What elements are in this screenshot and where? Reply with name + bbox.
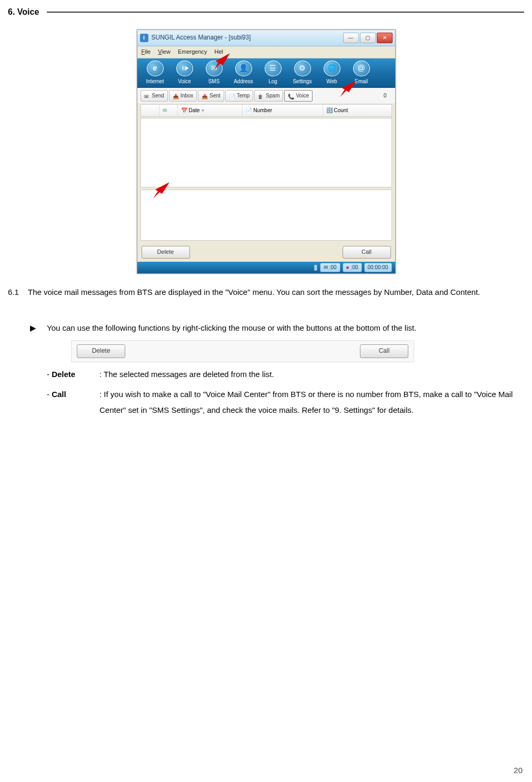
title-bar: i SUNGIL Access Manager - [subi93] — ▢ ✕ — [137, 30, 395, 46]
toolbar-internet[interactable]: e Internet — [140, 61, 170, 86]
calendar-icon: 📅 — [181, 106, 187, 115]
address-icon: 👤 — [235, 61, 252, 76]
maximize-button[interactable]: ▢ — [360, 33, 376, 43]
app-icon: i — [140, 34, 148, 42]
status-voice: ● :00 — [343, 263, 362, 272]
app-window-screenshot: i SUNGIL Access Manager - [subi93] — ▢ ✕… — [137, 29, 396, 274]
status-value: 00:00:00 — [368, 263, 388, 272]
count-icon: 🔢 — [326, 106, 333, 115]
toolbar-web[interactable]: 🌐 Web — [317, 61, 347, 86]
toolbar-voice[interactable]: 🕪 Voice — [170, 61, 199, 86]
menu-file[interactable]: File — [142, 47, 151, 57]
horizontal-rule — [47, 12, 524, 13]
definition-term: - Call — [47, 387, 99, 418]
button-row: Delete Call — [137, 243, 395, 262]
paragraph-6-1: 6.1The voice mail messages from BTS are … — [8, 284, 524, 300]
definition-term: - Delete — [47, 367, 99, 382]
list-header: ✉ 📅 Date ▾ 📄 Number 🔢 Count — [140, 104, 392, 117]
call-button-illustration: Call — [360, 344, 408, 358]
sort-indicator-icon: ▾ — [202, 106, 204, 115]
toolbar-label: Voice — [178, 77, 190, 86]
menu-emergency[interactable]: Emergency — [178, 47, 207, 57]
tabs-row: ✉ Send 📥 Inbox 📤 Sent 📄 Temp 🗑 Spam 📞 Vo… — [137, 88, 395, 103]
signal-icon: ▮ — [314, 261, 318, 273]
col-label: Count — [334, 106, 348, 115]
window-controls: — ▢ ✕ — [343, 33, 393, 43]
spam-icon: 🗑 — [258, 93, 264, 99]
col-checkbox[interactable] — [141, 105, 159, 116]
sms-status-icon: ✉ — [324, 263, 328, 272]
toolbar-label: SMS — [208, 77, 220, 86]
toolbar-sms[interactable]: ✉ SMS — [199, 61, 229, 86]
toolbar-settings[interactable]: ⚙ Settings — [288, 61, 317, 86]
col-label: Date — [189, 106, 200, 115]
toolbar-log[interactable]: ☰ Log — [258, 61, 288, 86]
section-number: 6.1 — [8, 284, 28, 300]
paragraph-text: The voice mail messages from BTS are dis… — [28, 288, 480, 296]
email-icon: @ — [353, 61, 370, 76]
toolbar-label: Settings — [293, 77, 312, 86]
status-timer: 00:00:00 — [364, 263, 392, 272]
bullet-marker-icon: ▶ — [30, 320, 47, 336]
button-bar-illustration: Delete Call — [71, 340, 414, 362]
tab-sent[interactable]: 📤 Sent — [198, 90, 224, 102]
envelope-icon: ✉ — [163, 106, 167, 115]
status-value: :00 — [329, 263, 337, 272]
message-list[interactable] — [140, 118, 392, 187]
sent-icon: 📤 — [202, 93, 208, 99]
minimize-button[interactable]: — — [343, 33, 359, 43]
definition-call: - Call : If you wish to make a call to "… — [47, 387, 524, 418]
inbox-icon: 📥 — [173, 93, 179, 99]
toolbar-label: Address — [234, 77, 253, 86]
tab-send[interactable]: ✉ Send — [140, 90, 168, 102]
tab-voice[interactable]: 📞 Voice — [284, 90, 312, 102]
voice-status-icon: ● — [346, 263, 349, 272]
delete-button[interactable]: Delete — [142, 246, 190, 259]
toolbar-email[interactable]: @ Email — [347, 61, 376, 86]
menu-bar: File View Emergency Hel — [137, 46, 395, 58]
toolbar-address[interactable]: 👤 Address — [229, 61, 258, 86]
section-header: 6. Voice — [8, 5, 524, 19]
window-title: SUNGIL Access Manager - [subi93] — [152, 33, 343, 43]
section-title: 6. Voice — [8, 5, 39, 19]
web-icon: 🌐 — [324, 61, 340, 76]
delete-button-illustration: Delete — [77, 344, 125, 358]
tab-inbox[interactable]: 📥 Inbox — [169, 90, 197, 102]
toolbar-label: Web — [326, 77, 337, 86]
preview-pane — [140, 190, 392, 241]
number-icon: 📄 — [246, 106, 252, 115]
main-toolbar: e Internet 🕪 Voice ✉ SMS 👤 Address ☰ Log… — [137, 58, 395, 88]
tab-label: Voice — [296, 92, 308, 100]
tab-label: Send — [152, 92, 164, 100]
bullet-paragraph: ▶You can use the following functions by … — [30, 320, 524, 336]
sms-icon: ✉ — [206, 61, 223, 76]
item-count: 0 — [384, 92, 392, 100]
voice-tab-icon: 📞 — [288, 93, 294, 99]
voice-icon: 🕪 — [176, 61, 193, 76]
menu-view[interactable]: View — [158, 47, 170, 57]
menu-help[interactable]: Hel — [215, 47, 224, 57]
toolbar-label: Internet — [146, 77, 164, 86]
col-number[interactable]: 📄 Number — [243, 105, 323, 116]
col-count[interactable]: 🔢 Count — [323, 105, 392, 116]
close-button[interactable]: ✕ — [377, 33, 393, 43]
tab-label: Temp — [237, 92, 249, 100]
temp-icon: 📄 — [229, 93, 235, 99]
settings-icon: ⚙ — [294, 61, 311, 76]
term-label: Delete — [52, 370, 75, 379]
status-sms: ✉ :00 — [320, 263, 340, 272]
tab-spam[interactable]: 🗑 Spam — [254, 90, 283, 102]
definition-delete: - Delete : The selected messages are del… — [47, 367, 524, 382]
call-button[interactable]: Call — [343, 246, 391, 259]
tab-temp[interactable]: 📄 Temp — [225, 90, 253, 102]
status-value: :00 — [351, 263, 358, 272]
tab-label: Spam — [266, 92, 279, 100]
log-icon: ☰ — [265, 61, 282, 76]
col-status-icon[interactable]: ✉ — [159, 105, 178, 116]
send-icon: ✉ — [144, 93, 150, 99]
col-label: Number — [254, 106, 273, 115]
term-label: Call — [52, 390, 66, 399]
col-date[interactable]: 📅 Date ▾ — [178, 105, 243, 116]
toolbar-label: Log — [268, 77, 277, 86]
status-bar: ▮ ✉ :00 ● :00 00:00:00 — [137, 262, 395, 273]
